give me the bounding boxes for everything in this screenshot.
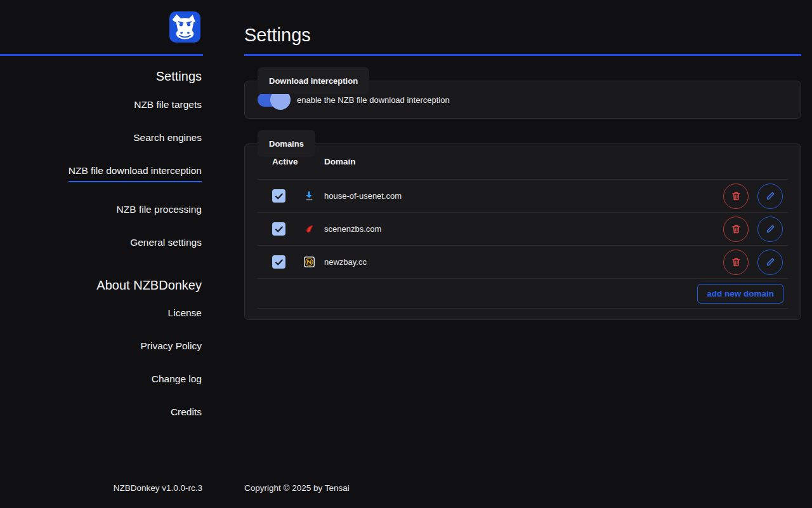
domains-legend: Domains	[258, 130, 315, 157]
delete-domain-button[interactable]	[723, 250, 749, 275]
app-version-label: NZBDonkey v1.0.0-rc.3	[0, 483, 203, 493]
sidebar-settings-heading: Settings	[0, 69, 202, 84]
edit-domain-button[interactable]	[757, 217, 783, 242]
flame-icon	[304, 224, 315, 234]
sidebar-settings-list: NZB file targets Search engines NZB file…	[0, 98, 202, 248]
main-content: Settings Download interception enable th…	[244, 0, 801, 320]
trash-icon	[731, 257, 742, 267]
sidebar-item[interactable]: Change log	[0, 373, 202, 385]
copyright-label: Copyright © 2025 by Tensai	[244, 483, 350, 493]
toggle-label: enable the NZB file download interceptio…	[297, 95, 450, 105]
table-row: house-of-usenet.com	[258, 179, 788, 212]
nzbdonkey-logo-icon	[169, 11, 200, 43]
n-badge-icon	[304, 257, 315, 267]
sidebar-item-label: License	[168, 307, 202, 319]
sidebar-item[interactable]: License	[0, 307, 202, 319]
sidebar-item-label: Credits	[171, 406, 202, 418]
domain-name: scenenzbs.com	[324, 224, 381, 234]
pencil-icon	[765, 257, 776, 267]
sidebar-header	[0, 0, 203, 56]
domain-name: house-of-usenet.com	[324, 191, 402, 201]
domains-card: Domains Active Domain	[244, 144, 801, 320]
checkmark-icon	[275, 225, 284, 234]
table-row: newzbay.cc	[258, 245, 788, 278]
domain-cell: house-of-usenet.com	[304, 190, 402, 201]
domain-cell: scenenzbs.com	[304, 224, 381, 234]
column-header-domain: Domain	[304, 157, 356, 166]
domains-table-header: Active Domain	[258, 144, 788, 179]
checkmark-icon	[275, 192, 284, 201]
sidebar-item[interactable]: General settings	[0, 236, 202, 248]
domain-name: newzbay.cc	[324, 257, 367, 267]
sidebar-item[interactable]: Privacy Policy	[0, 340, 202, 352]
delete-domain-button[interactable]	[723, 217, 749, 242]
row-actions	[723, 217, 788, 242]
sidebar-item[interactable]: NZB file download interception	[0, 164, 202, 182]
sidebar-item-label: NZB file targets	[134, 98, 202, 110]
download-interception-legend: Download interception	[258, 67, 369, 94]
sidebar-item-label: General settings	[130, 236, 202, 248]
trash-icon	[731, 190, 742, 201]
active-cell	[258, 222, 304, 236]
edit-domain-button[interactable]	[757, 250, 783, 275]
active-checkbox[interactable]	[272, 255, 285, 269]
download-arrow-icon	[304, 190, 315, 201]
table-row: scenenzbs.com	[258, 212, 788, 245]
row-actions	[723, 184, 788, 209]
page-title: Settings	[244, 25, 311, 46]
sidebar-about-heading: About NZBDonkey	[0, 277, 202, 293]
column-header-active: Active	[258, 157, 304, 166]
sidebar-nav: Settings NZB file targets Search engines…	[0, 69, 203, 418]
checkmark-icon	[275, 258, 284, 267]
active-cell	[258, 255, 304, 269]
edit-domain-button[interactable]	[757, 184, 783, 209]
sidebar-item[interactable]: Search engines	[0, 131, 202, 144]
sidebar: Settings NZB file targets Search engines…	[0, 0, 203, 508]
main-header: Settings	[244, 0, 801, 56]
active-checkbox[interactable]	[272, 189, 285, 203]
sidebar-about-list: License Privacy Policy Change log Credit…	[0, 307, 202, 418]
sidebar-item-label: Search engines	[133, 131, 202, 144]
add-new-domain-button[interactable]: add new domain	[697, 284, 783, 304]
sidebar-item[interactable]: Credits	[0, 406, 202, 418]
add-domain-row: add new domain	[258, 278, 788, 308]
active-cell	[258, 189, 304, 203]
domains-rows: house-of-usenet.com	[258, 179, 788, 278]
sidebar-item[interactable]: NZB file targets	[0, 98, 202, 110]
sidebar-item-label: Privacy Policy	[141, 340, 202, 352]
active-checkbox[interactable]	[272, 222, 285, 236]
domains-table: Active Domain	[245, 144, 801, 319]
sidebar-item-label: NZB file processing	[117, 203, 202, 215]
sidebar-item-label: Change log	[152, 373, 202, 385]
pencil-icon	[765, 224, 776, 234]
interception-toggle[interactable]	[258, 93, 285, 107]
domain-cell: newzbay.cc	[304, 257, 367, 267]
sidebar-item[interactable]: NZB file processing	[0, 203, 202, 215]
row-actions	[723, 250, 788, 275]
trash-icon	[731, 224, 742, 234]
download-interception-card: Download interception enable the NZB fil…	[244, 81, 801, 119]
delete-domain-button[interactable]	[723, 184, 749, 209]
sidebar-item-label: NZB file download interception	[69, 164, 202, 182]
card-bottom-spacer	[258, 308, 788, 319]
pencil-icon	[765, 190, 776, 201]
